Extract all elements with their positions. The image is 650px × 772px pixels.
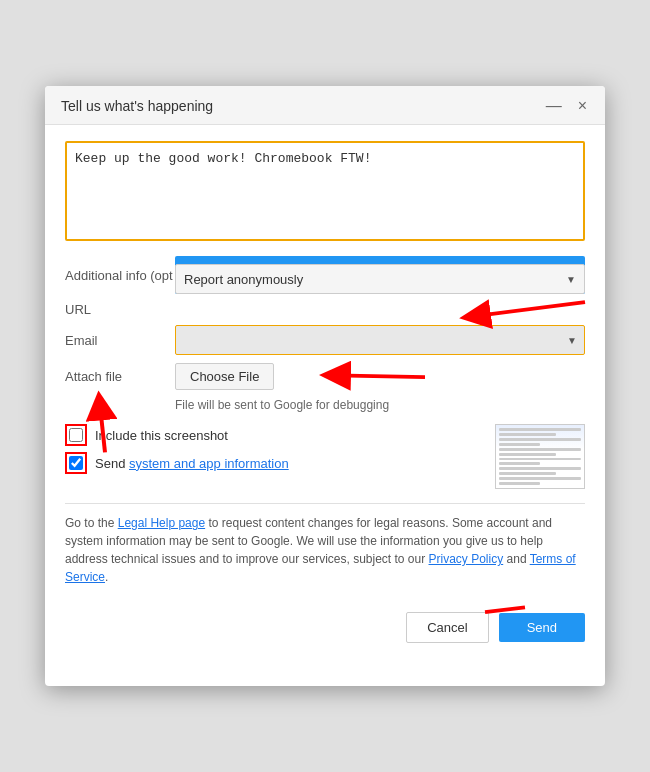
include-screenshot-checkbox[interactable] bbox=[69, 428, 83, 442]
footer-buttons: Cancel Send bbox=[65, 602, 585, 643]
email-row: Email ▼ bbox=[65, 325, 585, 355]
screenshot-section: Include this screenshot Send system and … bbox=[65, 424, 585, 489]
additional-info-row: Additional info (opt Report anonymously … bbox=[65, 256, 585, 294]
send-system-checkbox-highlight bbox=[65, 452, 87, 474]
include-screenshot-row: Include this screenshot bbox=[65, 424, 483, 446]
thumb-line-4 bbox=[499, 443, 540, 446]
include-screenshot-label: Include this screenshot bbox=[95, 428, 228, 443]
url-label: URL bbox=[65, 302, 175, 317]
privacy-policy-link[interactable]: Privacy Policy bbox=[429, 552, 504, 566]
thumb-line-1 bbox=[499, 428, 581, 431]
thumb-line-3 bbox=[499, 438, 581, 441]
legal-help-link[interactable]: Legal Help page bbox=[118, 516, 205, 530]
legal-and: and bbox=[503, 552, 529, 566]
minimize-button[interactable]: — bbox=[544, 98, 564, 114]
send-system-info-row: Send system and app information bbox=[65, 452, 483, 474]
thumb-line-9 bbox=[499, 467, 581, 470]
legal-text: Go to the Legal Help page to request con… bbox=[65, 503, 585, 586]
dialog-body: Keep up the good work! Chromebook FTW! A… bbox=[45, 125, 605, 659]
thumb-line-8 bbox=[499, 462, 540, 465]
legal-prefix: Go to the bbox=[65, 516, 118, 530]
cancel-button[interactable]: Cancel bbox=[406, 612, 488, 643]
thumb-line-7 bbox=[499, 458, 581, 461]
choose-file-button[interactable]: Choose File bbox=[175, 363, 274, 390]
additional-info-label: Additional info (opt bbox=[65, 268, 175, 283]
email-label: Email bbox=[65, 333, 175, 348]
dropdown-arrow-icon: ▼ bbox=[566, 274, 576, 285]
include-screenshot-highlight bbox=[65, 424, 87, 446]
system-info-link[interactable]: system and app information bbox=[129, 456, 289, 471]
thumb-line-11 bbox=[499, 477, 581, 480]
title-bar-controls: — × bbox=[544, 98, 589, 114]
title-bar: Tell us what's happening — × bbox=[45, 86, 605, 125]
legal-end: . bbox=[105, 570, 108, 584]
form-rows: Additional info (opt Report anonymously … bbox=[65, 256, 585, 412]
screenshot-thumbnail bbox=[495, 424, 585, 489]
send-button[interactable]: Send bbox=[499, 613, 585, 642]
send-label-text: Send bbox=[95, 456, 125, 471]
thumb-line-5 bbox=[499, 448, 581, 451]
thumb-line-12 bbox=[499, 482, 540, 485]
thumb-line-2 bbox=[499, 433, 556, 436]
url-row: URL bbox=[65, 302, 585, 317]
send-system-checkbox[interactable] bbox=[69, 456, 83, 470]
report-anonymous-text: Report anonymously bbox=[184, 272, 303, 287]
file-hint: File will be sent to Google for debuggin… bbox=[175, 398, 585, 412]
feedback-textarea[interactable]: Keep up the good work! Chromebook FTW! bbox=[65, 141, 585, 241]
attach-file-label: Attach file bbox=[65, 369, 175, 384]
email-select[interactable] bbox=[175, 325, 585, 355]
send-system-label: Send system and app information bbox=[95, 456, 289, 471]
thumb-line-10 bbox=[499, 472, 556, 475]
dialog-title: Tell us what's happening bbox=[61, 98, 213, 114]
thumb-line-6 bbox=[499, 453, 556, 456]
attach-file-row: Attach file Choose File bbox=[65, 363, 585, 390]
close-button[interactable]: × bbox=[576, 98, 589, 114]
